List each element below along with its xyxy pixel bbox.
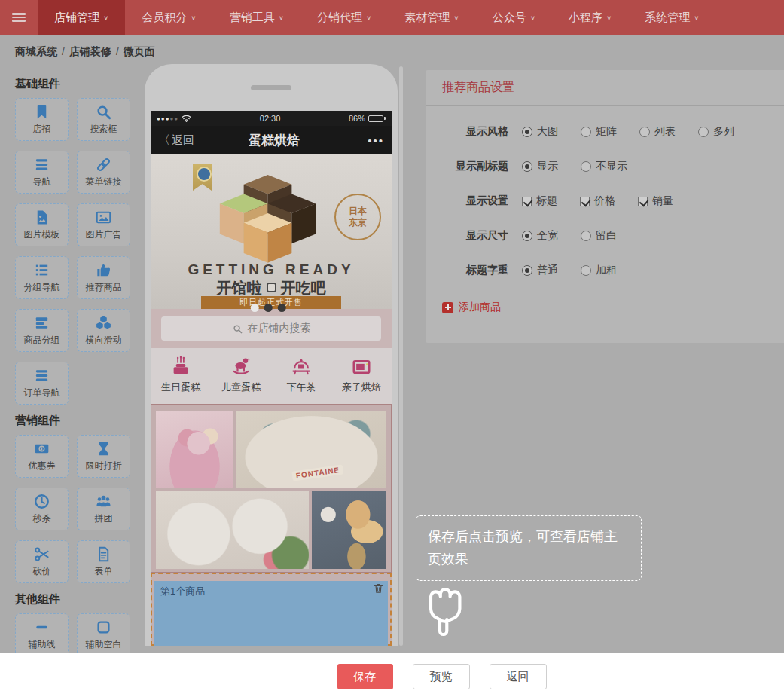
photo-cookies: FONTAINE [236,411,386,488]
radio-unchecked-icon[interactable] [581,161,591,172]
checkbox-checked-icon[interactable] [638,197,648,206]
trash-icon[interactable] [373,582,384,594]
checkbox-checked-icon[interactable] [580,197,590,206]
component-button[interactable]: 拼团 [77,488,130,530]
component-button[interactable]: 搜索框 [77,98,130,141]
option-radio[interactable]: 多列 [698,125,734,139]
chevron-down-icon: ∨ [453,14,459,21]
category-label: 下午茶 [287,381,316,394]
component-button[interactable]: 优惠券 [15,435,69,478]
category-item[interactable]: 儿童蛋糕 [211,355,271,404]
option-radio[interactable]: 列表 [639,125,676,139]
shop-search-input[interactable]: 在店铺内搜索 [161,316,381,341]
settings-label: 显示副标题 [426,160,508,173]
component-button[interactable]: 商品分组 [15,309,69,352]
chef-box-icon [267,283,276,292]
settings-label: 显示风格 [426,125,508,139]
status-time: 02:30 [191,114,349,123]
category-item[interactable]: 生日蛋糕 [151,355,211,404]
breadcrumb: 商城系统/店铺装修/微页面 [15,45,155,59]
dash-icon [33,619,50,636]
photo-fairy-cake [156,411,233,488]
battery-icon [368,115,383,122]
return-button[interactable]: 返回 [490,664,547,689]
chevron-down-icon: ∨ [530,14,535,21]
option-radio[interactable]: 矩阵 [581,125,617,139]
component-button[interactable]: 分组导航 [15,256,69,299]
option-radio[interactable]: 不显示 [581,160,627,173]
search-component[interactable]: 在店铺内搜索 [151,309,392,348]
radio-unchecked-icon[interactable] [581,231,591,241]
component-button[interactable]: 横向滑动 [77,309,130,352]
file-text-icon [95,546,112,563]
component-label: 砍价 [33,565,51,578]
hero-banner-component[interactable]: 日本东京 GETTING READY 开馆啦开吃吧 即日起正式开售 [151,154,392,309]
banknote-icon [33,440,50,457]
category-label: 亲子烘焙 [342,381,381,394]
component-button[interactable]: 砍价 [15,540,69,583]
option-radio[interactable]: 显示 [522,160,558,173]
breadcrumb-part: 微页面 [124,45,155,57]
recommended-products-component[interactable]: 第1个商品 [151,573,392,646]
radio-unchecked-icon[interactable] [581,265,591,276]
option-radio[interactable]: 全宽 [522,229,558,243]
option-radio[interactable]: 大图 [522,125,558,139]
component-button[interactable]: 表单 [77,540,130,583]
option-radio[interactable]: 加粗 [581,264,617,277]
more-icon[interactable]: ••• [354,134,384,147]
scrollbar[interactable] [399,66,403,646]
hamburger-menu-icon[interactable] [0,0,38,35]
category-item[interactable]: 亲子烘焙 [331,355,392,404]
component-button[interactable]: 推荐商品 [77,256,130,299]
carousel-dots[interactable] [251,304,286,312]
nav-item[interactable]: 分销代理∨ [300,0,388,35]
option-checkbox[interactable]: 销量 [638,194,673,208]
option-radio[interactable]: 普通 [522,264,558,277]
photo-grid-component[interactable]: FONTAINE [151,404,392,573]
settings-row: 显示风格大图矩阵列表多列 [426,123,784,141]
component-button[interactable]: 订单导航 [15,362,69,405]
component-button[interactable]: 菜单链接 [77,151,130,194]
breadcrumb-part[interactable]: 商城系统 [15,45,57,57]
nav-item[interactable]: 素材管理∨ [388,0,475,35]
back-link[interactable]: 〈 返回 [158,133,194,148]
product-placeholder-block[interactable]: 第1个商品 [154,581,388,646]
component-button[interactable]: 辅助线 [15,613,69,656]
breadcrumb-part[interactable]: 店铺装修 [69,45,111,57]
preview-button[interactable]: 预览 [413,664,470,689]
image-icon [95,209,112,226]
category-nav-component[interactable]: 生日蛋糕儿童蛋糕下午茶亲子烘焙 [151,348,392,404]
component-button[interactable]: 限时打折 [77,435,130,478]
save-button[interactable]: 保存 [337,664,393,689]
option-checkbox[interactable]: 价格 [580,194,615,208]
component-button[interactable]: 图片广告 [77,203,130,246]
radio-unchecked-icon[interactable] [698,127,709,137]
component-button[interactable]: 店招 [15,98,69,141]
component-label: 图片模板 [24,228,60,241]
nav-item[interactable]: 系统管理∨ [628,0,715,35]
radio-unchecked-icon[interactable] [639,127,650,137]
nav-item[interactable]: 营销工具∨ [213,0,300,35]
component-button[interactable]: 图片模板 [15,203,69,246]
component-button[interactable]: 秒杀 [15,488,69,530]
component-button[interactable]: 导航 [15,151,69,194]
nav-item[interactable]: 店铺管理∨ [38,0,125,35]
checkbox-checked-icon[interactable] [522,197,532,206]
radio-checked-icon[interactable] [522,265,532,276]
nav-item[interactable]: 会员积分∨ [125,0,212,35]
add-product-link[interactable]: 添加商品 [442,301,784,314]
option-checkbox[interactable]: 标题 [522,194,557,208]
settings-label: 显示尺寸 [426,229,508,243]
radio-unchecked-icon[interactable] [581,127,591,137]
nav-item[interactable]: 小程序∨ [552,0,628,35]
settings-panel-title: 推荐商品设置 [426,70,784,106]
thumbs-up-icon [95,261,112,279]
option-radio[interactable]: 留白 [581,229,617,243]
radio-checked-icon[interactable] [522,127,532,137]
radio-checked-icon[interactable] [522,231,532,241]
radio-checked-icon[interactable] [522,161,532,172]
battery-indicator: 86% [349,114,386,123]
category-item[interactable]: 下午茶 [271,355,331,404]
component-button[interactable]: 辅助空白 [77,613,130,656]
nav-item[interactable]: 公众号∨ [476,0,552,35]
